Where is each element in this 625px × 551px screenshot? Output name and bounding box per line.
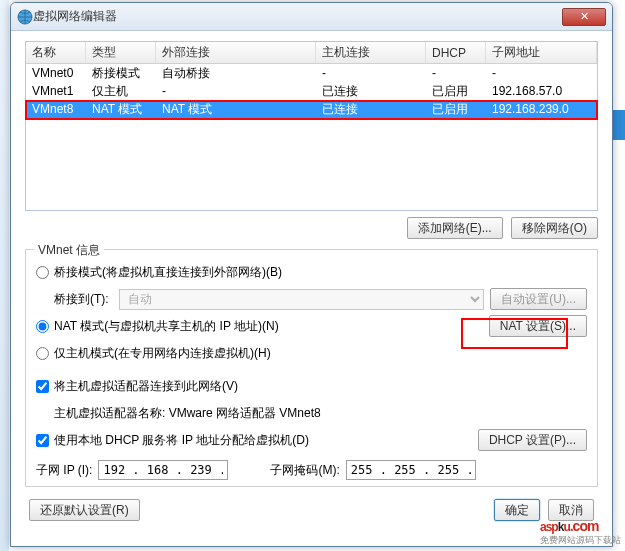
group-title: VMnet 信息 xyxy=(34,242,104,259)
host-adapter-name-line: 主机虚拟适配器名称: VMware 网络适配器 VMnet8 xyxy=(54,401,587,425)
subnet-mask-label: 子网掩码(M): xyxy=(270,462,339,479)
table-header: 名称 类型 外部连接 主机连接 DHCP 子网地址 xyxy=(26,42,597,64)
bridge-to-select: 自动 xyxy=(119,289,485,310)
dhcp-line: 使用本地 DHCP 服务将 IP 地址分配给虚拟机(D) DHCP 设置(P).… xyxy=(36,428,587,452)
table-row-selected[interactable]: VMnet8 NAT 模式 NAT 模式 已连接 已启用 192.168.239… xyxy=(26,100,597,118)
col-type[interactable]: 类型 xyxy=(86,42,156,63)
vmnet-info-group: VMnet 信息 桥接模式(将虚拟机直接连接到外部网络)(B) 桥接到(T): … xyxy=(25,249,598,487)
hostonly-radio[interactable] xyxy=(36,347,49,360)
vnet-editor-window: 虚拟网络编辑器 ✕ 名称 类型 外部连接 主机连接 DHCP 子网地址 VMne… xyxy=(10,2,613,547)
dialog-buttons: 还原默认设置(R) 确定 取消 xyxy=(25,499,598,521)
watermark: aspku.com 免费网站源码下载站 xyxy=(540,507,621,547)
host-adapter-line: 将主机虚拟适配器连接到此网络(V) xyxy=(36,374,587,398)
dhcp-settings-button[interactable]: DHCP 设置(P)... xyxy=(478,429,587,451)
host-adapter-checkbox[interactable] xyxy=(36,380,49,393)
auto-settings-button: 自动设置(U)... xyxy=(490,288,587,310)
nat-mode-line: NAT 模式(与虚拟机共享主机的 IP 地址)(N) NAT 设置(S)... xyxy=(36,314,587,338)
subnet-ip-label: 子网 IP (I): xyxy=(36,462,92,479)
col-name[interactable]: 名称 xyxy=(26,42,86,63)
dhcp-label: 使用本地 DHCP 服务将 IP 地址分配给虚拟机(D) xyxy=(54,432,309,449)
bridge-to-line: 桥接到(T): 自动 自动设置(U)... xyxy=(54,287,587,311)
nat-radio[interactable] xyxy=(36,320,49,333)
globe-icon xyxy=(17,9,33,25)
remove-network-button[interactable]: 移除网络(O) xyxy=(511,217,598,239)
network-buttons: 添加网络(E)... 移除网络(O) xyxy=(25,217,598,239)
bridged-radio[interactable] xyxy=(36,266,49,279)
col-host[interactable]: 主机连接 xyxy=(316,42,426,63)
left-window-strip xyxy=(0,0,9,551)
hostonly-label: 仅主机模式(在专用网络内连接虚拟机)(H) xyxy=(54,345,271,362)
bridge-to-label: 桥接到(T): xyxy=(54,291,109,308)
nat-label: NAT 模式(与虚拟机共享主机的 IP 地址)(N) xyxy=(54,318,279,335)
host-adapter-name: 主机虚拟适配器名称: VMware 网络适配器 VMnet8 xyxy=(54,405,321,422)
bridged-mode-line: 桥接模式(将虚拟机直接连接到外部网络)(B) xyxy=(36,260,587,284)
titlebar[interactable]: 虚拟网络编辑器 ✕ xyxy=(11,3,612,31)
col-ext[interactable]: 外部连接 xyxy=(156,42,316,63)
network-table: 名称 类型 外部连接 主机连接 DHCP 子网地址 VMnet0 桥接模式 自动… xyxy=(25,41,598,211)
subnet-row: 子网 IP (I): 子网掩码(M): xyxy=(36,460,587,480)
right-accent-block xyxy=(613,110,625,140)
bridged-label: 桥接模式(将虚拟机直接连接到外部网络)(B) xyxy=(54,264,282,281)
subnet-ip-field[interactable] xyxy=(98,460,228,480)
col-dhcp[interactable]: DHCP xyxy=(426,42,486,63)
restore-defaults-button[interactable]: 还原默认设置(R) xyxy=(29,499,140,521)
dhcp-checkbox[interactable] xyxy=(36,434,49,447)
window-title: 虚拟网络编辑器 xyxy=(33,8,562,25)
add-network-button[interactable]: 添加网络(E)... xyxy=(407,217,503,239)
ok-button[interactable]: 确定 xyxy=(494,499,540,521)
col-subnet[interactable]: 子网地址 xyxy=(486,42,597,63)
nat-settings-button[interactable]: NAT 设置(S)... xyxy=(489,315,587,337)
table-row[interactable]: VMnet0 桥接模式 自动桥接 - - - xyxy=(26,64,597,82)
window-content: 名称 类型 外部连接 主机连接 DHCP 子网地址 VMnet0 桥接模式 自动… xyxy=(11,31,612,531)
subnet-mask-field[interactable] xyxy=(346,460,476,480)
table-body: VMnet0 桥接模式 自动桥接 - - - VMnet1 仅主机 - 已连接 … xyxy=(26,64,597,118)
close-button[interactable]: ✕ xyxy=(562,8,606,26)
hostonly-mode-line: 仅主机模式(在专用网络内连接虚拟机)(H) xyxy=(36,341,587,365)
host-adapter-label: 将主机虚拟适配器连接到此网络(V) xyxy=(54,378,238,395)
table-row[interactable]: VMnet1 仅主机 - 已连接 已启用 192.168.57.0 xyxy=(26,82,597,100)
